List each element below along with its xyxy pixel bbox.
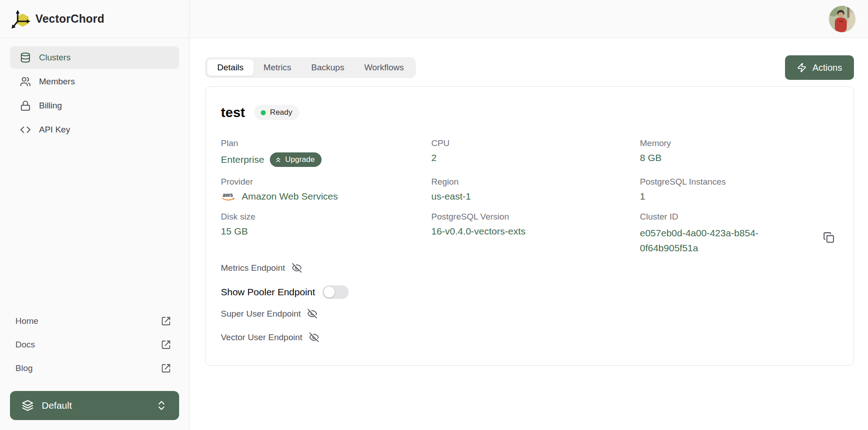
field-memory: Memory 8 GB — [640, 138, 837, 167]
field-value: 16-v0.4.0-vectors-exts — [431, 226, 640, 237]
sidebar-item-label: Clusters — [39, 53, 71, 63]
sidebar-link-label: Home — [15, 316, 39, 326]
status-badge: Ready — [254, 105, 299, 120]
tab-backups[interactable]: Backups — [301, 59, 354, 76]
layers-icon — [22, 400, 34, 411]
field-value: 1 — [640, 191, 837, 202]
org-switcher-label: Default — [42, 400, 147, 411]
field-label: Region — [431, 177, 640, 187]
sidebar-link-docs[interactable]: Docs — [15, 333, 171, 357]
chevrons-up-icon — [274, 156, 282, 164]
pooler-toggle-label: Show Pooler Endpoint — [221, 287, 315, 298]
field-value: 8 GB — [640, 152, 837, 163]
field-label: Provider — [221, 177, 431, 187]
aws-logo-icon: aws — [221, 191, 236, 202]
pooler-toggle[interactable] — [322, 285, 349, 299]
field-label: Memory — [640, 138, 837, 148]
eye-off-icon[interactable] — [309, 332, 319, 342]
status-label: Ready — [270, 108, 292, 117]
top-bar — [190, 0, 868, 38]
upgrade-badge-label: Upgrade — [285, 155, 315, 164]
sidebar-item-label: API Key — [39, 125, 70, 135]
sidebar-item-label: Billing — [39, 101, 62, 111]
toolbar: Details Metrics Backups Workflows Action… — [205, 55, 854, 80]
chevrons-up-down-icon — [156, 400, 167, 411]
pooler-endpoint-row: Show Pooler Endpoint — [221, 285, 837, 299]
external-link-icon — [161, 340, 171, 350]
endpoints-section: Metrics Endpoint Show Pooler Endpoint — [221, 263, 837, 342]
field-postgresql-instances: PostgreSQL Instances 1 — [640, 177, 837, 202]
copy-cluster-id-button[interactable] — [823, 232, 834, 244]
sidebar-spacer — [0, 141, 189, 309]
sidebar-item-billing[interactable]: Billing — [10, 94, 179, 117]
status-dot-icon — [261, 110, 266, 115]
super-user-endpoint-label: Super User Endpoint — [221, 309, 301, 319]
org-switcher-button[interactable]: Default — [10, 391, 179, 420]
sidebar-link-label: Docs — [15, 340, 35, 350]
toggle-knob — [324, 287, 335, 298]
avatar-photo — [829, 6, 855, 32]
app: VectorChord Clusters Members — [0, 0, 868, 430]
code-icon — [20, 124, 31, 135]
database-icon — [20, 52, 31, 63]
field-provider: Provider aws Amazon Web Services — [221, 177, 431, 202]
metrics-endpoint-label: Metrics Endpoint — [221, 263, 285, 273]
eye-off-icon[interactable] — [292, 263, 302, 273]
vector-user-endpoint-label: Vector User Endpoint — [221, 332, 302, 342]
field-value: Amazon Web Services — [242, 191, 338, 202]
sidebar-item-clusters[interactable]: Clusters — [10, 46, 179, 69]
sidebar-item-api-key[interactable]: API Key — [10, 118, 179, 141]
field-label: PostgreSQL Instances — [640, 177, 837, 187]
field-label: Disk size — [221, 212, 431, 222]
field-value: Enterprise — [221, 154, 264, 165]
sidebar-link-home[interactable]: Home — [15, 309, 171, 333]
field-value: us-east-1 — [431, 191, 640, 202]
upgrade-badge[interactable]: Upgrade — [270, 152, 322, 167]
user-avatar[interactable] — [829, 6, 855, 32]
sidebar-links: Home Docs Blog — [0, 309, 189, 384]
field-region: Region us-east-1 — [431, 177, 640, 202]
actions-button[interactable]: Actions — [785, 55, 854, 80]
tab-workflows[interactable]: Workflows — [354, 59, 414, 76]
field-value: 2 — [431, 152, 640, 163]
svg-text:aws: aws — [223, 192, 233, 198]
field-cluster-id: Cluster ID e057eb0d-4a00-423a-b854-0f64b… — [640, 212, 837, 255]
cluster-fields-grid: Plan Enterprise Upgrade CPU — [221, 138, 837, 255]
field-cpu: CPU 2 — [431, 138, 640, 167]
field-label: CPU — [431, 138, 640, 148]
external-link-icon — [161, 316, 171, 326]
main: Details Metrics Backups Workflows Action… — [190, 0, 868, 430]
tab-details[interactable]: Details — [207, 59, 254, 76]
tab-metrics[interactable]: Metrics — [254, 59, 301, 76]
tab-bar: Details Metrics Backups Workflows — [205, 57, 416, 78]
field-label: Plan — [221, 138, 431, 148]
sidebar-item-label: Members — [39, 77, 75, 87]
sidebar-link-blog[interactable]: Blog — [15, 357, 171, 380]
field-disk-size: Disk size 15 GB — [221, 212, 431, 255]
eye-off-icon[interactable] — [307, 308, 317, 319]
zap-icon — [797, 63, 807, 73]
field-postgresql-version: PostgreSQL Version 16-v0.4.0-vectors-ext… — [431, 212, 640, 255]
sidebar-nav: Clusters Members Billing — [0, 38, 189, 141]
brand: VectorChord — [0, 0, 189, 38]
sidebar-item-members[interactable]: Members — [10, 70, 179, 93]
vector-user-endpoint-row: Vector User Endpoint — [221, 332, 837, 342]
metrics-endpoint-row: Metrics Endpoint — [221, 263, 837, 273]
vectorchord-logo-icon — [11, 9, 32, 29]
lock-icon — [20, 100, 31, 111]
field-label: Cluster ID — [640, 212, 837, 222]
content: Details Metrics Backups Workflows Action… — [190, 38, 868, 366]
cluster-name: test — [221, 105, 245, 120]
copy-icon — [823, 232, 834, 243]
field-value: 15 GB — [221, 226, 431, 237]
field-value: e057eb0d-4a00-423a-b854-0f64b905f51a — [640, 226, 776, 255]
super-user-endpoint-row: Super User Endpoint — [221, 308, 837, 319]
actions-button-label: Actions — [812, 63, 842, 73]
field-plan: Plan Enterprise Upgrade — [221, 138, 431, 167]
cluster-title-row: test Ready — [221, 105, 837, 120]
external-link-icon — [161, 363, 171, 373]
sidebar-link-label: Blog — [15, 363, 33, 373]
field-label: PostgreSQL Version — [431, 212, 640, 222]
cluster-details-card: test Ready Plan Enterprise — [205, 86, 854, 366]
brand-name: VectorChord — [35, 12, 104, 25]
